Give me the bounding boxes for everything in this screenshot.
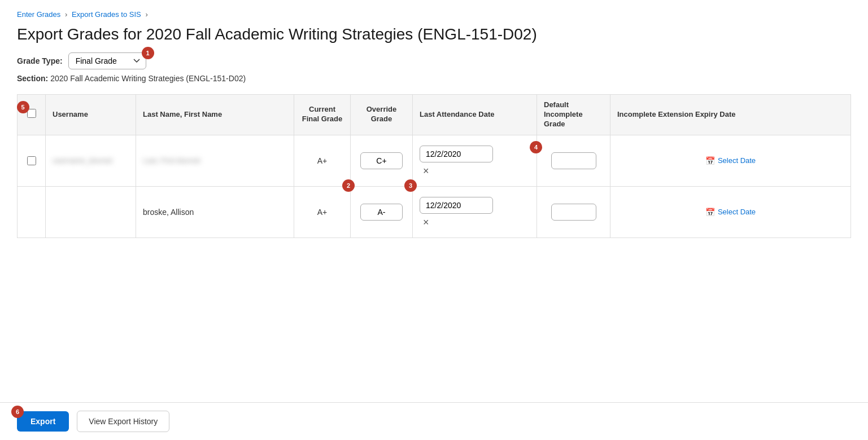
table-row: broske, Allison A+ × xyxy=(18,186,851,237)
td-name-1: Last, First blurred xyxy=(136,135,294,186)
td-attendance-2: × xyxy=(413,186,537,237)
override-grade-input-2[interactable] xyxy=(360,204,403,221)
annotation-badge-1: 1 xyxy=(142,47,154,59)
select-expiry-date-btn-2[interactable]: 📅 Select Date xyxy=(705,208,756,217)
th-override-grade: Override Grade xyxy=(351,95,413,135)
current-grade-1: A+ xyxy=(317,156,328,165)
calendar-icon-1: 📅 xyxy=(705,156,715,165)
th-username: Username xyxy=(46,95,136,135)
td-checkbox-2 xyxy=(18,186,46,237)
td-username-1: username_blurred xyxy=(46,135,136,186)
name-1: Last, First blurred xyxy=(143,156,200,165)
section-info: Section: 2020 Fall Academic Writing Stra… xyxy=(0,74,868,94)
td-expiry-2: 📅 Select Date xyxy=(610,186,851,237)
breadcrumb-export-grades[interactable]: Export Grades to SIS xyxy=(72,10,141,19)
th-expiry: Incomplete Extension Expiry Date xyxy=(610,95,851,135)
td-current-grade-1: A+ 2 xyxy=(294,135,351,186)
current-grade-2: A+ xyxy=(317,208,328,217)
username-1: username_blurred xyxy=(53,156,112,165)
table-container: 5 Username Last Name, First Name Current… xyxy=(0,94,868,238)
td-expiry-1: 📅 Select Date xyxy=(610,135,851,186)
grade-type-label: Grade Type: xyxy=(17,56,63,65)
td-username-2 xyxy=(46,186,136,237)
name-2: broske, Allison xyxy=(143,208,194,217)
calendar-icon-2: 📅 xyxy=(705,208,715,217)
th-checkbox: 5 xyxy=(18,95,46,135)
td-override-grade-2 xyxy=(351,186,413,237)
clear-attendance-date-2[interactable]: × xyxy=(420,217,433,227)
td-override-grade-1: 3 xyxy=(351,135,413,186)
th-default-incomplete: Default Incomplete Grade xyxy=(537,95,610,135)
td-checkbox-1 xyxy=(18,135,46,186)
page-title: Export Grades for 2020 Fall Academic Wri… xyxy=(0,19,868,52)
override-grade-input-1[interactable] xyxy=(360,152,403,169)
breadcrumb: Enter Grades › Export Grades to SIS › xyxy=(0,0,868,19)
controls-bar: Grade Type: Final Grade Midterm Grade 1 xyxy=(0,52,868,74)
attendance-date-input-2[interactable] xyxy=(420,197,493,214)
th-name: Last Name, First Name xyxy=(136,95,294,135)
th-attendance: Last Attendance Date xyxy=(413,95,537,135)
breadcrumb-enter-grades[interactable]: Enter Grades xyxy=(17,10,60,19)
grade-type-select[interactable]: Final Grade Midterm Grade xyxy=(68,52,146,69)
td-name-2: broske, Allison xyxy=(136,186,294,237)
th-current-grade: Current Final Grade xyxy=(294,95,351,135)
grades-table: 5 Username Last Name, First Name Current… xyxy=(17,94,851,238)
attendance-date-input-1[interactable] xyxy=(420,146,493,162)
default-incomplete-input-1[interactable] xyxy=(551,152,596,169)
row1-checkbox[interactable] xyxy=(27,156,36,165)
td-default-incomplete-1 xyxy=(537,135,610,186)
annotation-badge-5: 5 xyxy=(17,101,29,113)
table-row: username_blurred Last, First blurred A+ … xyxy=(18,135,851,186)
td-current-grade-2: A+ xyxy=(294,186,351,237)
default-incomplete-input-2[interactable] xyxy=(551,204,596,221)
select-expiry-date-btn-1[interactable]: 📅 Select Date xyxy=(705,156,756,165)
td-attendance-1: × 4 xyxy=(413,135,537,186)
annotation-badge-4: 4 xyxy=(530,141,542,153)
clear-attendance-date-1[interactable]: × xyxy=(420,166,433,176)
td-default-incomplete-2 xyxy=(537,186,610,237)
